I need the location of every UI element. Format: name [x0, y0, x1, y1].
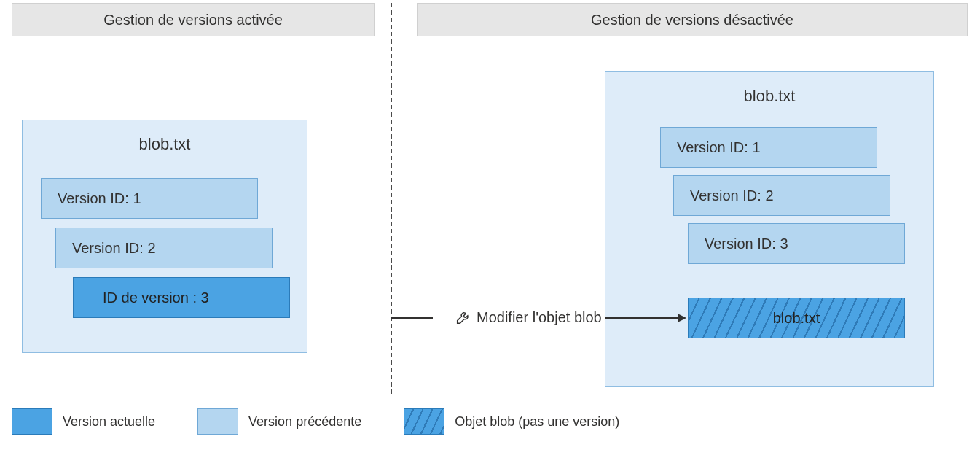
legend-item-previous: Version précédente [197, 408, 361, 435]
left-version-3-label: ID de version : 3 [103, 290, 209, 306]
left-version-2-label: Version ID: 2 [72, 240, 156, 257]
wrench-icon [455, 310, 471, 326]
right-version-1-label: Version ID: 1 [677, 139, 761, 156]
panel-divider [391, 3, 392, 394]
right-version-3-label: Version ID: 3 [705, 236, 788, 252]
header-disabled-label: Gestion de versions désactivée [591, 12, 793, 28]
left-version-2: Version ID: 2 [55, 228, 273, 268]
left-version-1: Version ID: 1 [41, 178, 258, 219]
right-version-3: Version ID: 3 [688, 223, 905, 264]
legend-label-blob: Objet blob (pas une version) [455, 414, 619, 430]
right-version-1: Version ID: 1 [660, 127, 877, 168]
header-versioning-enabled: Gestion de versions activée [12, 3, 375, 36]
legend-label-previous: Version précédente [248, 414, 361, 430]
right-blob-title: blob.txt [605, 87, 933, 106]
modify-action-label: Modifier l'objet blob [477, 309, 602, 326]
legend: Version actuelle Version précédente Obje… [12, 408, 647, 435]
right-blob-object: blob.txt [688, 298, 905, 338]
arrow-to-blob [605, 317, 685, 319]
header-enabled-label: Gestion de versions activée [103, 12, 283, 28]
divider-branch-line [391, 317, 433, 319]
right-blob-object-label: blob.txt [773, 310, 820, 327]
left-version-1-label: Version ID: 1 [58, 190, 141, 207]
legend-swatch-blob [404, 408, 444, 435]
header-versioning-disabled: Gestion de versions désactivée [417, 3, 968, 36]
right-version-2: Version ID: 2 [673, 175, 890, 216]
legend-label-current: Version actuelle [63, 414, 155, 430]
left-blob-title: blob.txt [23, 135, 307, 154]
legend-item-current: Version actuelle [12, 408, 155, 435]
legend-swatch-current [12, 408, 52, 435]
right-version-2-label: Version ID: 2 [690, 187, 774, 204]
legend-item-blob: Objet blob (pas une version) [404, 408, 619, 435]
legend-swatch-previous [197, 408, 238, 435]
modify-action: Modifier l'objet blob [455, 309, 602, 326]
left-version-3-current: ID de version : 3 [73, 277, 290, 318]
